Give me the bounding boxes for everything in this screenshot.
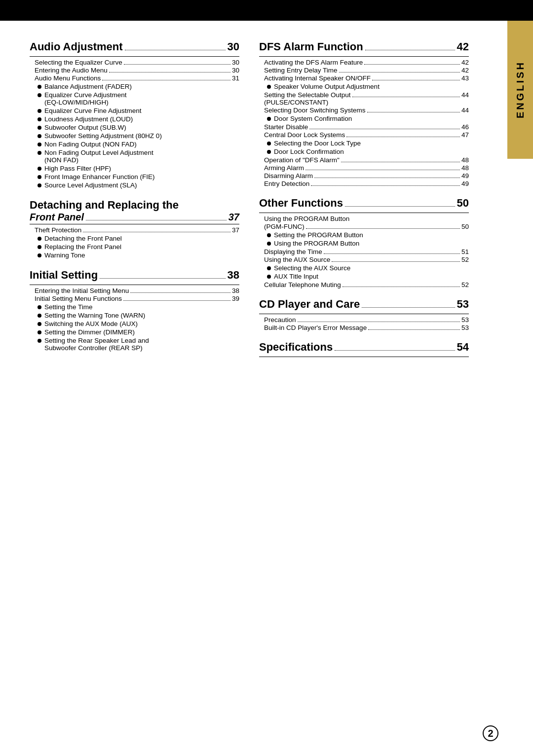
toc-cellular-label: Cellular Telephone Muting — [264, 281, 341, 288]
section-detaching-heading: Detaching and Replacing the Front Panel … — [30, 199, 239, 223]
bullet-speaker-vol-label: Speaker Volume Output Adjustment — [274, 83, 380, 90]
section-cd-player: CD Player and Care 53 Precaution 53 Buil… — [259, 298, 469, 331]
bullet-loudness-label: Loudness Adjustment (LOUD) — [44, 115, 133, 123]
toc-audio-menu-funcs-label: Audio Menu Functions — [35, 74, 101, 82]
toc-door-switching-label: Selecting Door Switching Systems — [264, 107, 366, 114]
toc-eq-curve-num: 30 — [232, 59, 239, 66]
section-specifications: Specifications 54 — [259, 341, 469, 357]
bullet-set-program-label: Setting the PROGRAM Button — [274, 231, 363, 239]
toc-eq-curve: Selecting the Equalizer Curve 30 — [30, 59, 239, 66]
toc-starter-disable-label: Starter Disable — [264, 123, 308, 131]
section-other-functions: Other Functions 50 Using the PROGRAM But… — [259, 197, 469, 288]
toc-door-switching-num: 44 — [461, 107, 469, 114]
bullet-icon — [267, 275, 271, 279]
spacer2 — [30, 260, 239, 269]
toc-precaution: Precaution 53 — [259, 316, 469, 324]
toc-dfs-operation-num: 48 — [461, 156, 469, 164]
bullet-fie-label: Front Image Enhancer Function (FIE) — [44, 173, 155, 180]
rule-initial — [30, 285, 239, 285]
bullet-icon — [38, 183, 41, 187]
rule-dfs — [259, 56, 469, 57]
toc-entry-detection: Entry Detection 49 — [259, 180, 469, 187]
bullet-fie: Front Image Enhancer Function (FIE) — [30, 173, 239, 180]
rule-cd — [259, 314, 469, 314]
bullet-icon — [38, 151, 41, 155]
bullet-icon — [38, 109, 41, 113]
toc-cd-error: Built-in CD Player's Error Message 53 — [259, 324, 469, 331]
toc-audio-menu-num: 30 — [232, 67, 239, 74]
rule-spec — [259, 357, 469, 357]
section-initial-page: 38 — [228, 269, 239, 282]
toc-pgm-func-num: 50 — [461, 223, 469, 230]
bullet-icon — [38, 117, 41, 121]
toc-selectable-output-label: Setting the Selectable Output(PULSE/CONS… — [264, 91, 351, 106]
bullet-icon — [38, 134, 41, 138]
bullet-use-program: Using the PROGRAM Button — [259, 240, 469, 247]
bullet-subwoofer-adj-label: Subwoofer Setting Adjustment (80HZ 0) — [44, 132, 162, 140]
toc-eq-curve-label: Selecting the Equalizer Curve — [35, 59, 122, 66]
bullet-speaker-vol: Speaker Volume Output Adjustment — [259, 83, 469, 90]
toc-central-door: Central Door Lock Systems 47 — [259, 131, 469, 139]
section-detaching-line1: Detaching and Replacing the — [30, 199, 239, 212]
detaching-page: 37 — [228, 212, 239, 223]
toc-initial-funcs: Initial Setting Menu Functions 39 — [30, 295, 239, 302]
bullet-sla-label: Source Level Adjustment (SLA) — [44, 181, 137, 189]
toc-aux-source: Using the AUX Source 52 — [259, 256, 469, 263]
section-audio-heading-line: Audio Adjustment 30 — [30, 40, 239, 55]
bullet-rear-sp: Setting the Rear Speaker Lead andSubwoof… — [30, 337, 239, 352]
bullet-dimmer-label: Setting the Dimmer (DIMMER) — [44, 328, 135, 336]
bullet-non-fading: Non Fading Output (NON FAD) — [30, 141, 239, 148]
bullet-icon — [267, 266, 271, 270]
dots-cd — [362, 307, 455, 308]
rule-detaching — [30, 224, 239, 224]
toc-dots — [343, 287, 460, 287]
toc-theft-num: 37 — [232, 226, 239, 234]
toc-dots — [314, 178, 460, 178]
bullet-loudness: Loudness Adjustment (LOUD) — [30, 115, 239, 123]
toc-audio-menu: Entering the Audio Menu 30 — [30, 67, 239, 74]
toc-arming-num: 48 — [461, 164, 469, 172]
toc-dots — [368, 329, 460, 330]
toc-door-switching: Selecting Door Switching Systems 44 — [259, 107, 469, 114]
bullet-detaching-label: Detaching the Front Panel — [44, 235, 122, 242]
section-cd-heading-line: CD Player and Care 53 — [259, 298, 469, 313]
bullet-icon — [38, 245, 41, 249]
dots-audio — [125, 50, 226, 50]
bullet-warning-tone-label: Warning Tone — [44, 252, 85, 259]
toc-entry-detection-num: 49 — [461, 180, 469, 187]
toc-dots — [372, 80, 460, 80]
detaching-line2-text: Front Panel — [30, 212, 84, 223]
bullet-icon — [38, 85, 41, 89]
bullet-icon — [38, 126, 41, 130]
section-initial-heading-text: Initial Setting — [30, 269, 98, 282]
page: ENGLISH Audio Adjustment 30 Selecting th… — [0, 0, 533, 756]
bullet-select-aux-label: Selecting the AUX Source — [274, 264, 350, 272]
bullet-replacing: Replacing the Front Panel — [30, 243, 239, 251]
toc-starter-disable-num: 46 — [461, 123, 469, 131]
detaching-line1-text: Detaching and Replacing the — [30, 199, 179, 211]
toc-central-door-num: 47 — [461, 131, 469, 139]
toc-precaution-num: 53 — [461, 316, 469, 324]
section-dfs-heading-text: DFS Alarm Function — [259, 40, 363, 53]
right-column: DFS Alarm Function 42 Activating the DFS… — [259, 40, 469, 359]
bullet-non-fading-adj: Non Fading Output Level Adjustment(NON F… — [30, 149, 239, 164]
bullet-time-label: Setting the Time — [44, 303, 93, 311]
bullet-replacing-label: Replacing the Front Panel — [44, 243, 121, 251]
bullet-icon — [267, 85, 271, 89]
section-detaching-line2: Front Panel 37 — [30, 212, 239, 223]
bullet-detaching: Detaching the Front Panel — [30, 235, 239, 242]
toc-initial-menu-label: Entering the Initial Setting Menu — [35, 287, 129, 294]
bullet-icon — [38, 322, 41, 326]
toc-initial-menu-num: 38 — [232, 287, 239, 294]
bullet-icon — [38, 143, 41, 146]
toc-display-time: Displaying the Time 51 — [259, 248, 469, 255]
bullet-icon — [38, 253, 41, 257]
toc-program-btn-label: Using the PROGRAM Button — [264, 215, 349, 222]
toc-dots — [298, 322, 460, 322]
toc-arming-label: Arming Alarm — [264, 164, 304, 172]
spacer5 — [259, 332, 469, 341]
toc-initial-funcs-label: Initial Setting Menu Functions — [35, 295, 122, 302]
section-audio-adjustment: Audio Adjustment 30 Selecting the Equali… — [30, 40, 239, 189]
section-audio-heading-text: Audio Adjustment — [30, 40, 123, 53]
bullet-icon — [267, 142, 271, 145]
